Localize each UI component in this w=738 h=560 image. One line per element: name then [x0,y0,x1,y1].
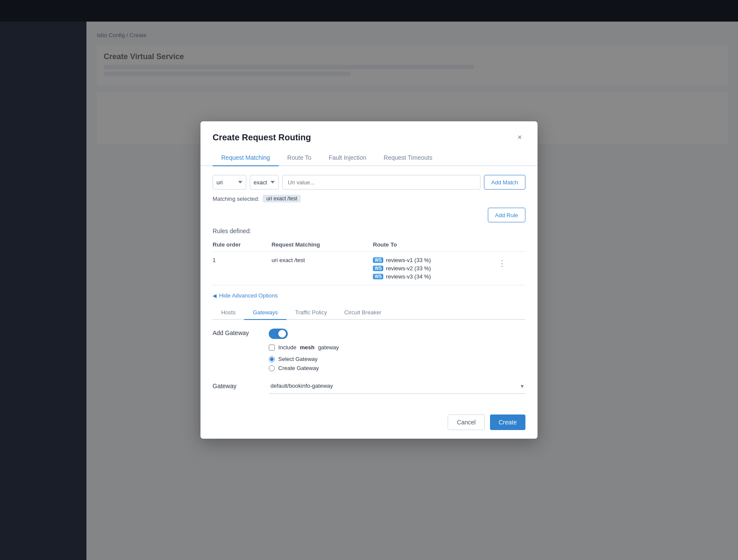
uri-match-select[interactable]: exact prefix regex [250,175,279,190]
create-request-routing-modal: Create Request Routing × Request Matchin… [200,121,538,439]
include-mesh-checkbox[interactable] [269,345,275,351]
route-item-2: WS reviews-v2 (33 %) [373,265,494,272]
select-gateway-row: Select Gateway [269,356,525,362]
uri-type-select[interactable]: uri method header [213,175,246,190]
advanced-toggle-label: Hide Advanced Options [219,292,278,299]
table-row: 1 uri exact /test WS reviews-v1 (33 %) W… [213,252,525,285]
mesh-suffix-label: gateway [318,344,339,351]
create-gateway-radio[interactable] [269,365,275,371]
modal-title: Create Request Routing [213,133,311,142]
gateway-field-row: Gateway default/bookinfo-gateway ▾ [213,378,525,394]
matching-selected-label: Matching selected: [213,196,259,202]
adv-tab-hosts[interactable]: Hosts [213,306,244,320]
route-to-cell: WS reviews-v1 (33 %) WS reviews-v2 (33 %… [373,252,494,285]
route-item-3: WS reviews-v3 (34 %) [373,273,494,280]
uri-row: uri method header exact prefix regex Add… [213,175,525,190]
row-kebab-button[interactable]: ⋮ [495,257,509,270]
add-rule-button[interactable]: Add Rule [488,208,525,222]
select-gateway-label: Select Gateway [278,356,318,362]
tab-request-matching[interactable]: Request Matching [213,150,279,166]
gateway-field-label: Gateway [213,383,260,389]
tab-fault-injection[interactable]: Fault Injection [320,150,375,166]
add-gateway-toggle[interactable] [269,329,288,339]
add-gateway-label: Add Gateway [213,327,260,336]
route-label-2: reviews-v2 (33 %) [386,265,431,272]
main-tab-bar: Request Matching Route To Fault Injectio… [200,150,538,166]
select-gateway-radio[interactable] [269,356,275,362]
matching-tag: uri exact /test [263,195,300,202]
gateway-row: Add Gateway Include mesh gateway [213,327,525,371]
route-label-3: reviews-v3 (34 %) [386,273,431,280]
ws-badge-3: WS [373,274,383,279]
col-route-to: Route To [373,238,494,252]
uri-value-input[interactable] [282,175,480,190]
rule-order-cell: 1 [213,252,271,285]
add-match-button[interactable]: Add Match [484,175,525,190]
adv-tab-gateways[interactable]: Gateways [244,306,286,320]
cancel-button[interactable]: Cancel [448,414,485,430]
add-rule-row: Add Rule [213,208,525,222]
col-rule-order: Rule order [213,238,271,252]
matching-selected-row: Matching selected: uri exact /test [213,195,525,202]
modal-overlay: Create Request Routing × Request Matchin… [0,0,738,560]
tab-route-to[interactable]: Route To [279,150,320,166]
modal-footer: Cancel Create [200,409,538,439]
include-mesh-label: Include [278,344,296,351]
ws-badge-1: WS [373,257,383,263]
mesh-bold-label: mesh [300,344,315,351]
route-item-1: WS reviews-v1 (33 %) [373,257,494,263]
include-mesh-row: Include mesh gateway [269,344,525,351]
modal-close-button[interactable]: × [514,132,525,143]
gateway-select-wrap: default/bookinfo-gateway ▾ [269,378,525,394]
request-matching-cell: uri exact /test [271,252,373,285]
advanced-tab-bar: Hosts Gateways Traffic Policy Circuit Br… [213,306,525,320]
create-gateway-label: Create Gateway [278,365,319,371]
adv-tab-circuit-breaker[interactable]: Circuit Breaker [336,306,390,320]
advanced-options-toggle[interactable]: ◀ Hide Advanced Options [213,292,525,299]
create-button[interactable]: Create [490,414,525,430]
create-gateway-row: Create Gateway [269,365,525,371]
adv-tab-traffic-policy[interactable]: Traffic Policy [286,306,336,320]
chevron-left-icon: ◀ [213,293,216,299]
tab-request-timeouts[interactable]: Request Timeouts [375,150,441,166]
gateway-options: Include mesh gateway Select Gateway Crea… [269,344,525,371]
rules-defined-label: Rules defined: [213,228,525,234]
rules-table: Rule order Request Matching Route To 1 u… [213,238,525,285]
route-label-1: reviews-v1 (33 %) [386,257,431,263]
gateway-select[interactable]: default/bookinfo-gateway [269,378,525,394]
col-request-matching: Request Matching [271,238,373,252]
ws-badge-2: WS [373,266,383,271]
